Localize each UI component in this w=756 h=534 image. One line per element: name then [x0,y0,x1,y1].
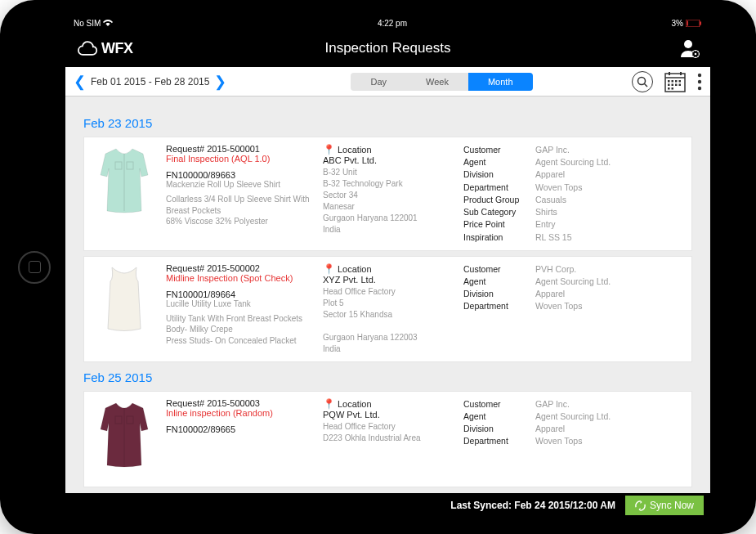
detail-value: Agent Sourcing Ltd. [535,411,611,423]
location-name: ABC Pvt. Ltd. [323,155,454,165]
detail-label: Product Group [463,194,535,206]
svg-rect-1 [687,20,689,25]
view-segmented-control: Day Week Month [351,73,532,91]
request-number: Request# 2015-500001 [166,144,313,154]
date-heading: Feb 25 2015 [83,370,692,384]
prev-range-button[interactable]: ❮ [74,73,86,91]
inspection-card[interactable]: Request# 2015-500001 Final Inspection (A… [83,137,692,251]
search-button[interactable] [632,71,653,92]
detail-label: Price Point [463,218,535,231]
svg-point-31 [698,79,701,83]
svg-rect-25 [679,83,682,86]
svg-rect-21 [679,80,682,83]
detail-value: Agent Sourcing Ltd. [535,156,611,168]
request-number: Request# 2015-500003 [166,398,313,408]
detail-label: Agent [463,276,535,288]
location-pin-icon: 📍 [323,263,335,275]
detail-value: GAP Inc. [535,398,570,411]
page-title: Inspection Requests [324,40,450,56]
sync-now-button[interactable]: Sync Now [625,496,704,515]
detail-value: Woven Tops [535,300,582,312]
detail-label: Division [463,168,535,181]
product-name: Lucille Utility Luxe Tank [166,299,313,308]
sim-status: No SIM [74,19,101,28]
seg-month[interactable]: Month [468,73,533,91]
detail-value: Entry [535,218,556,231]
svg-point-5 [695,53,697,56]
detail-label: Department [463,435,535,447]
battery-pct: 3% [672,19,683,28]
fn-code: FN100002/89665 [166,424,313,434]
location-pin-icon: 📍 [323,144,335,155]
svg-rect-24 [675,83,678,86]
clock: 4:22 pm [378,19,407,28]
detail-value: Apparel [535,288,565,300]
content-area: Feb 23 2015 Request# 2015-500001 Final I… [65,96,710,493]
svg-rect-23 [672,83,674,86]
svg-rect-27 [672,88,674,90]
detail-value: Agent Sourcing Ltd. [535,276,611,288]
product-image [92,144,156,226]
svg-rect-19 [672,80,674,83]
app-logo: WFX [75,40,133,57]
inspection-type: Inline inspection (Random) [166,408,313,418]
svg-line-12 [693,56,694,57]
detail-list: CustomerGAP Inc.AgentAgent Sourcing Ltd.… [463,398,683,480]
location-name: XYZ Pvt. Ltd. [323,275,454,285]
date-range: Feb 01 2015 - Feb 28 2015 [91,76,209,88]
fn-code: FN100001/89664 [166,289,313,299]
toolbar: ❮ Feb 01 2015 - Feb 28 2015 ❯ Day Week M… [65,67,710,96]
svg-rect-28 [669,72,670,75]
location-heading: Location [338,264,372,274]
detail-label: Department [463,182,535,194]
detail-label: Agent [463,156,535,168]
svg-line-13 [698,52,699,52]
fn-code: FN100000/89663 [166,170,313,180]
home-button[interactable] [18,251,51,284]
svg-point-32 [698,86,701,89]
location-heading: Location [338,399,372,409]
svg-rect-29 [680,72,682,75]
location-heading: Location [338,145,372,155]
svg-rect-22 [668,83,670,86]
detail-value: Woven Tops [535,435,582,447]
seg-day[interactable]: Day [351,73,406,91]
inspection-card[interactable]: Request# 2015-500003 Inline inspection (… [83,391,692,487]
svg-rect-2 [700,21,702,25]
product-image [92,398,156,480]
detail-value: Woven Tops [535,182,582,194]
date-heading: Feb 23 2015 [83,116,692,130]
detail-label: Customer [463,263,535,276]
detail-value: PVH Corp. [535,263,576,276]
svg-line-15 [645,83,648,87]
location-address: Head Office FactoryPlot 5Sector 15 Khand… [323,286,454,355]
inspection-card[interactable]: Request# 2015-500002 Midline Inspection … [83,256,692,362]
product-description: Collarless 3/4 Roll Up Sleeve Shirt With… [166,194,313,227]
detail-label: Department [463,300,535,312]
product-name: Mackenzie Roll Up Sleeve Shirt [166,180,313,189]
detail-value: RL SS 15 [535,231,572,244]
detail-value: Apparel [535,168,565,181]
location-name: PQW Pvt. Ltd. [323,410,454,420]
calendar-button[interactable] [664,71,686,92]
location-address: B-32 UnitB-32 Technology ParkSector 34Ma… [323,167,454,236]
svg-point-14 [638,77,646,84]
detail-value: Shirts [535,206,557,218]
detail-label: Division [463,288,535,300]
product-image [92,263,156,345]
location-address: Head Office FactoryD223 Okhla Industrial… [323,421,454,444]
product-description: Utility Tank With Front Breast PocketsBo… [166,313,313,347]
user-settings-icon[interactable] [679,38,700,59]
detail-label: Customer [463,144,535,156]
svg-point-3 [684,40,692,48]
svg-rect-20 [675,80,678,83]
seg-week[interactable]: Week [406,73,468,91]
inspection-type: Midline Inspection (Spot Check) [166,273,313,283]
last-synced-label: Last Synced: Feb 24 2015/12:00 AM [450,500,615,511]
inspection-type: Final Inspection (AQL 1.0) [166,154,313,164]
next-range-button[interactable]: ❯ [214,73,226,91]
detail-label: Sub Category [463,206,535,218]
detail-label: Agent [463,411,535,423]
detail-label: Customer [463,398,535,411]
more-menu-button[interactable] [697,73,702,91]
